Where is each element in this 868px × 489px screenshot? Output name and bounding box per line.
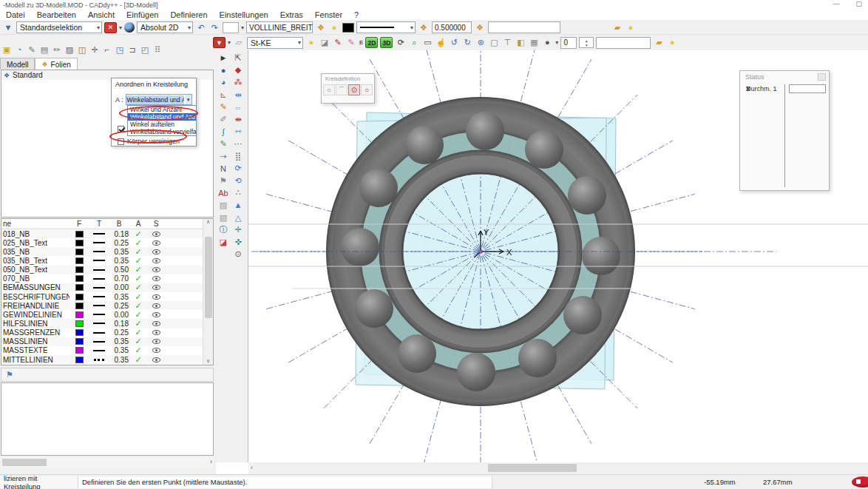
close-icon[interactable] xyxy=(818,73,826,81)
line-style-sample[interactable] xyxy=(93,341,105,343)
layer-color-swatch[interactable] xyxy=(75,249,84,255)
info-icon[interactable]: ⓘ xyxy=(217,223,230,236)
line-style-sample[interactable] xyxy=(93,278,105,280)
scroll-thumb[interactable] xyxy=(488,464,577,472)
line-style-sample[interactable] xyxy=(93,251,105,252)
menu-item[interactable]: Ansicht xyxy=(82,10,121,19)
chevron-down-icon[interactable]: ▾ xyxy=(555,39,558,46)
align-h-icon[interactable]: ✛ xyxy=(232,223,245,236)
tab-modell[interactable]: Modell xyxy=(0,58,35,70)
layer-color-swatch[interactable] xyxy=(75,311,84,318)
table-row[interactable]: BESCHRIFTUNGEN 0.35 ✓ xyxy=(1,292,213,301)
plane-icon[interactable]: ▱ xyxy=(233,37,245,48)
detail-spinner[interactable]: 0 xyxy=(560,37,577,49)
globe-pen-icon[interactable]: ◕ xyxy=(217,76,230,89)
eraser-icon[interactable]: ◪ xyxy=(217,236,230,249)
circle-edit-icon[interactable]: ◔ xyxy=(13,44,25,55)
offset-icon[interactable]: ⇿ xyxy=(232,126,245,138)
line-width-field[interactable]: 0.500000 xyxy=(432,21,472,33)
table-row[interactable]: MASSGRENZEN 0.25 ✓ xyxy=(1,328,213,337)
circle-icon[interactable]: ○ xyxy=(323,84,335,95)
normal-icon[interactable]: N xyxy=(217,162,230,175)
koerper-vereinigen-row[interactable]: Körper vereinigen xyxy=(118,138,180,145)
scroll-down-arrow[interactable]: ∨ xyxy=(203,358,213,364)
table-row[interactable]: 018_NB 0.18 ✓ xyxy=(1,229,213,238)
bulb-icon[interactable]: ● xyxy=(305,37,317,48)
scroll-right-arrow[interactable]: › xyxy=(210,458,212,465)
menu-item[interactable]: Einstellungen xyxy=(214,10,274,19)
rotate-ccw-icon[interactable]: ⟲ xyxy=(232,175,245,187)
view-2d-button[interactable]: 2D xyxy=(365,37,378,48)
active-check-icon[interactable]: ✓ xyxy=(130,319,146,328)
hatch-icon[interactable]: ▨ xyxy=(64,44,75,55)
undo-icon[interactable]: ↶ xyxy=(195,22,207,33)
line-style-sample[interactable] xyxy=(93,260,105,261)
chevron-down-icon[interactable]: ▾ xyxy=(241,24,244,31)
active-check-icon[interactable]: ✓ xyxy=(130,328,146,337)
arrow-up-icon[interactable]: ▲ xyxy=(232,199,245,212)
stretch-icon[interactable]: ⇔ xyxy=(232,101,245,113)
selection-mode-combo[interactable]: Standardselektion ▾ xyxy=(16,21,102,33)
checkbox-checked-icon[interactable] xyxy=(118,126,124,132)
red-cone-tool-icon[interactable]: ▼ xyxy=(213,37,226,48)
cube-list-icon[interactable]: ◰ xyxy=(139,44,151,55)
coordinate-mode-combo[interactable]: Absolut 2D ▾ xyxy=(137,21,193,33)
color-swatch[interactable] xyxy=(342,23,354,33)
panel-horizontal-scrollbar[interactable]: › xyxy=(1,457,214,468)
measure-icon[interactable]: ⊾ xyxy=(217,89,230,101)
scatter-icon[interactable]: ∴ xyxy=(232,187,245,200)
empty-field2[interactable] xyxy=(596,37,651,49)
table-row[interactable]: MITTELLINIEN 0.35 ✓ xyxy=(1,355,213,364)
text-ab-icon[interactable]: Ab xyxy=(217,187,230,200)
circle-center-icon[interactable]: ⊙ xyxy=(348,84,360,95)
menu-item[interactable]: Bearbeiten xyxy=(31,10,82,19)
status-value-field[interactable] xyxy=(789,84,826,93)
line-style-combo[interactable]: ▾ xyxy=(356,21,416,33)
menu-item[interactable]: Fenster xyxy=(309,10,348,19)
layer-color-swatch[interactable] xyxy=(75,275,84,282)
dropdown-option[interactable]: Winkel aufteilen xyxy=(128,121,196,128)
flag-icon[interactable]: ⚑ xyxy=(217,175,230,187)
line-type-field[interactable]: VOLLLINIE_BREIT xyxy=(246,21,313,33)
line-style-sample[interactable] xyxy=(93,296,105,297)
align-v-icon[interactable]: ✜ xyxy=(232,236,245,249)
scroll-thumb[interactable] xyxy=(2,459,47,466)
table-row[interactable]: 035_NB 0.35 ✓ xyxy=(1,247,213,256)
active-check-icon[interactable]: ✓ xyxy=(130,229,146,239)
visibility-eye-icon[interactable] xyxy=(152,312,160,317)
circle-red-icon[interactable]: ○ xyxy=(361,84,373,95)
flag-pen-icon[interactable]: ⚑ xyxy=(4,369,16,380)
page-edit-icon[interactable]: ▤ xyxy=(38,44,50,55)
line-style-sample[interactable] xyxy=(93,287,105,289)
line-style-sample[interactable] xyxy=(93,332,105,334)
visibility-eye-icon[interactable] xyxy=(152,294,160,300)
visibility-eye-icon[interactable] xyxy=(152,303,160,308)
visibility-eye-icon[interactable] xyxy=(152,330,160,335)
line-style-sample[interactable] xyxy=(93,350,105,351)
zoom-search-icon[interactable]: ⌕ xyxy=(408,37,420,48)
active-check-icon[interactable]: ✓ xyxy=(130,301,146,311)
active-check-icon[interactable]: ✓ xyxy=(130,274,146,283)
menu-item[interactable]: Einfügen xyxy=(121,10,164,19)
active-check-icon[interactable]: ✓ xyxy=(130,292,146,302)
layers2-icon[interactable]: ❖ xyxy=(418,22,430,33)
visibility-eye-icon[interactable] xyxy=(152,321,160,326)
hatch2-icon[interactable]: ▧ xyxy=(217,212,230,224)
rotate-right-icon[interactable]: ↻ xyxy=(461,37,473,48)
visibility-eye-icon[interactable] xyxy=(152,258,160,263)
visibility-eye-icon[interactable] xyxy=(152,276,160,281)
cursor-icon[interactable]: ► xyxy=(217,52,230,64)
layer-color-swatch[interactable] xyxy=(75,320,84,327)
layer-color-swatch[interactable] xyxy=(75,257,84,264)
scroll-left-arrow[interactable]: ‹ xyxy=(251,464,253,471)
table-row[interactable]: 050_NB_Text 0.50 ✓ xyxy=(1,266,213,274)
table-row[interactable]: MASSTEXTE 0.35 ✓ xyxy=(1,346,213,355)
corner-icon[interactable]: ⌐ xyxy=(101,44,113,55)
red-pen-icon[interactable]: ✎ xyxy=(332,37,344,48)
crosshair-icon[interactable]: ✛ xyxy=(89,44,101,55)
move-arrows-icon[interactable]: ⇹ xyxy=(232,89,245,101)
cube-icon[interactable]: ◧ xyxy=(515,37,526,48)
lines-icon[interactable]: ◫ xyxy=(76,44,88,55)
layers-icon[interactable]: ❖ xyxy=(315,22,327,33)
viewport-horizontal-scrollbar[interactable]: ‹ xyxy=(248,462,868,474)
